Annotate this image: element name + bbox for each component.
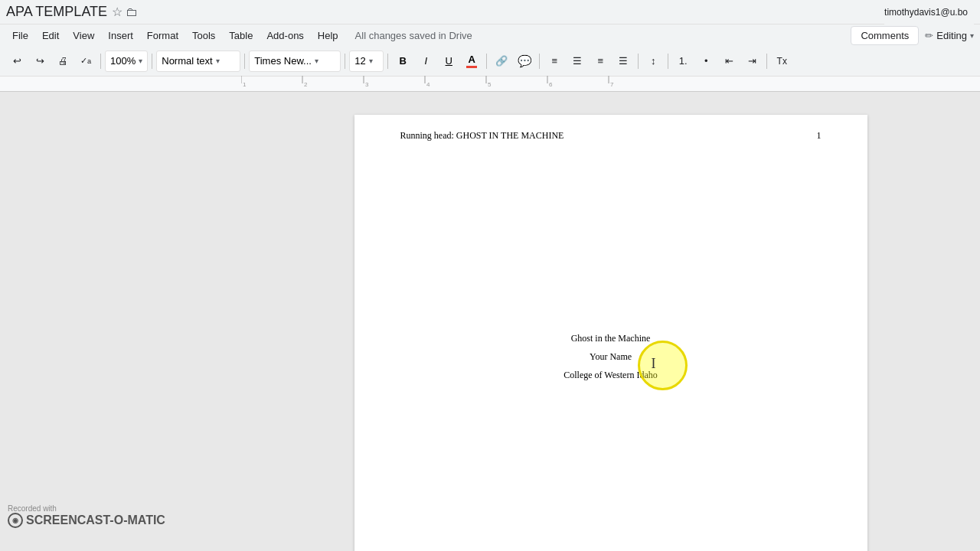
line-spacing-button[interactable]: ↕ bbox=[642, 51, 664, 72]
autosave-status: All changes saved in Drive bbox=[355, 30, 472, 41]
running-head: Running head: GHOST IN THE MACHINE bbox=[400, 130, 564, 142]
user-email: timothydavis1@u.bo bbox=[884, 7, 968, 18]
undo-button[interactable]: ↩ bbox=[6, 51, 28, 72]
title-bar: APA TEMPLATE ☆ 🗀 timothydavis1@u.bo bbox=[0, 0, 980, 24]
ruler-marks: 1 2 3 4 5 6 7 bbox=[241, 76, 980, 90]
bold-button[interactable]: B bbox=[392, 51, 413, 72]
clear-format-button[interactable]: Tx bbox=[771, 51, 792, 72]
watermark: Recorded with ◉ SCREENCAST-O-MATIC bbox=[8, 504, 165, 528]
menu-table[interactable]: Table bbox=[223, 28, 259, 44]
doc-author: Your Name bbox=[400, 347, 822, 366]
divider-1 bbox=[100, 54, 101, 69]
text-color-icon: A bbox=[469, 54, 475, 65]
decrease-indent-button[interactable]: ⇤ bbox=[718, 51, 740, 72]
style-select[interactable]: Normal text ▾ bbox=[156, 51, 240, 72]
title-icons: ☆ 🗀 bbox=[112, 5, 138, 19]
divider-2 bbox=[152, 54, 152, 69]
svg-text:7: 7 bbox=[610, 81, 614, 88]
text-color-button[interactable]: A bbox=[461, 51, 482, 72]
menu-file[interactable]: File bbox=[6, 28, 34, 44]
menu-addons[interactable]: Add-ons bbox=[260, 28, 309, 44]
watermark-text: SCREENCAST-O-MATIC bbox=[26, 514, 165, 527]
document-body[interactable]: Ghost in the Machine Your Name College o… bbox=[400, 329, 822, 384]
editing-chevron: ▾ bbox=[970, 31, 974, 40]
document-title[interactable]: APA TEMPLATE bbox=[6, 4, 107, 20]
content-area: Recorded with ◉ SCREENCAST-O-MATIC Runni… bbox=[0, 92, 980, 551]
page-canvas: Running head: GHOST IN THE MACHINE 1 I G… bbox=[241, 92, 980, 551]
align-center-button[interactable]: ☰ bbox=[567, 51, 588, 72]
toolbar: ↩ ↪ 🖨 ✓a 100% ▾ Normal text ▾ Times New.… bbox=[0, 46, 980, 77]
text-color-bar bbox=[466, 66, 477, 68]
comment-button[interactable]: 💬 bbox=[514, 51, 535, 72]
editing-label: Editing bbox=[936, 30, 967, 41]
underline-button[interactable]: U bbox=[438, 51, 459, 72]
divider-7 bbox=[539, 54, 540, 69]
svg-text:4: 4 bbox=[426, 81, 430, 88]
document-page[interactable]: Running head: GHOST IN THE MACHINE 1 I G… bbox=[354, 115, 867, 551]
divider-4 bbox=[345, 54, 345, 69]
top-right-area: timothydavis1@u.bo bbox=[884, 0, 974, 24]
menu-edit[interactable]: Edit bbox=[36, 28, 65, 44]
comments-button[interactable]: Comments bbox=[851, 26, 919, 45]
italic-button[interactable]: I bbox=[415, 51, 436, 72]
svg-text:5: 5 bbox=[488, 81, 492, 88]
font-size-value: 12 bbox=[354, 55, 365, 67]
menu-bar: File Edit View Insert Format Tools Table… bbox=[0, 24, 980, 46]
svg-text:6: 6 bbox=[549, 81, 553, 88]
watermark-brand: ◉ SCREENCAST-O-MATIC bbox=[8, 513, 165, 528]
page-header: Running head: GHOST IN THE MACHINE 1 bbox=[400, 130, 822, 142]
svg-text:1: 1 bbox=[243, 81, 247, 88]
star-icon[interactable]: ☆ bbox=[112, 5, 122, 19]
menu-format[interactable]: Format bbox=[141, 28, 185, 44]
align-right-button[interactable]: ≡ bbox=[590, 51, 611, 72]
justify-button[interactable]: ☰ bbox=[612, 51, 634, 72]
svg-text:2: 2 bbox=[304, 81, 308, 88]
title-left: APA TEMPLATE ☆ 🗀 bbox=[6, 4, 138, 20]
divider-6 bbox=[486, 54, 487, 69]
size-chevron: ▾ bbox=[369, 57, 373, 65]
doc-title: Ghost in the Machine bbox=[400, 329, 822, 347]
style-value: Normal text bbox=[162, 55, 212, 67]
left-sidebar: Recorded with ◉ SCREENCAST-O-MATIC bbox=[0, 92, 241, 551]
bullet-list-button[interactable]: • bbox=[695, 51, 717, 72]
redo-button[interactable]: ↪ bbox=[29, 51, 51, 72]
divider-8 bbox=[638, 54, 639, 69]
menu-insert[interactable]: Insert bbox=[102, 28, 139, 44]
font-chevron: ▾ bbox=[315, 57, 318, 65]
menu-tools[interactable]: Tools bbox=[186, 28, 221, 44]
zoom-value: 100% bbox=[110, 55, 136, 67]
style-chevron: ▾ bbox=[216, 57, 220, 65]
font-value: Times New... bbox=[254, 55, 312, 67]
spellcheck-button[interactable]: ✓a bbox=[75, 51, 96, 72]
watermark-title: Recorded with bbox=[8, 504, 165, 513]
divider-9 bbox=[668, 54, 668, 69]
divider-3 bbox=[244, 54, 245, 69]
ruler: 1 2 3 4 5 6 7 bbox=[0, 77, 980, 92]
menu-view[interactable]: View bbox=[67, 28, 100, 44]
divider-5 bbox=[387, 54, 388, 69]
numbered-list-button[interactable]: 1. bbox=[672, 51, 694, 72]
menu-help[interactable]: Help bbox=[312, 28, 345, 44]
zoom-chevron: ▾ bbox=[139, 57, 142, 65]
editing-pencil-icon: ✏ bbox=[925, 30, 933, 41]
doc-institution: College of Western Idaho bbox=[400, 366, 822, 384]
ruler-inner: 1 2 3 4 5 6 7 bbox=[241, 77, 980, 91]
increase-indent-button[interactable]: ⇥ bbox=[741, 51, 763, 72]
font-size-select[interactable]: 12 ▾ bbox=[349, 51, 384, 72]
divider-10 bbox=[766, 54, 767, 69]
menu-right: Comments ✏ Editing ▾ bbox=[851, 26, 974, 45]
link-button[interactable]: 🔗 bbox=[491, 51, 512, 72]
screencast-icon: ◉ bbox=[8, 513, 23, 528]
folder-icon[interactable]: 🗀 bbox=[126, 5, 138, 19]
font-select[interactable]: Times New... ▾ bbox=[249, 51, 341, 72]
svg-text:3: 3 bbox=[365, 81, 369, 88]
page-number: 1 bbox=[817, 130, 822, 142]
zoom-select[interactable]: 100% ▾ bbox=[105, 51, 148, 72]
print-button[interactable]: 🖨 bbox=[52, 51, 74, 72]
align-left-button[interactable]: ≡ bbox=[544, 51, 565, 72]
editing-badge: ✏ Editing ▾ bbox=[925, 30, 974, 41]
